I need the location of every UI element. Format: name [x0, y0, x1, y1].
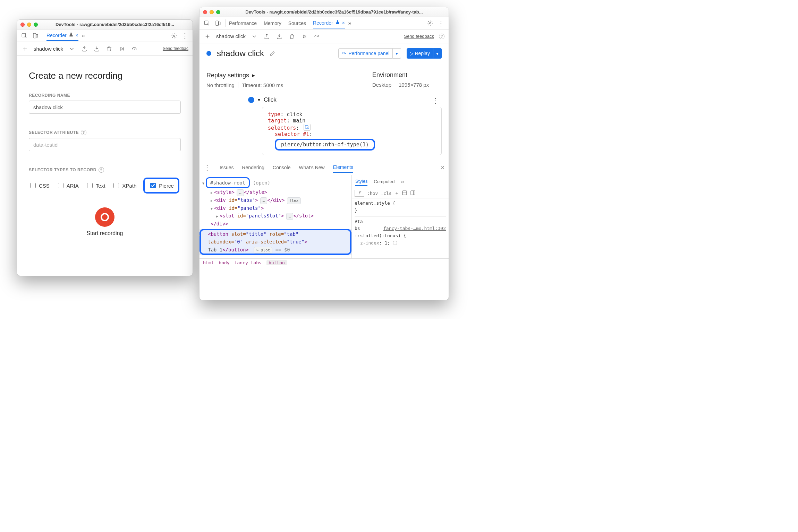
svg-rect-2	[36, 34, 38, 37]
kebab-menu-icon[interactable]: ⋮	[438, 19, 445, 27]
send-feedback-link[interactable]: Send feedbac	[163, 46, 188, 51]
start-recording-button[interactable]	[95, 207, 114, 227]
selector-types-label: SELECTOR TYPES TO RECORD ?	[29, 167, 181, 173]
new-style-icon[interactable]: ＋	[394, 190, 399, 196]
chevron-down-icon[interactable]	[68, 45, 76, 53]
drawer-menu-icon[interactable]: ⋮	[204, 163, 211, 172]
crumb[interactable]: html	[203, 260, 214, 265]
help-icon[interactable]: ?	[439, 34, 444, 39]
selector-value[interactable]: pierce/button:nth-of-type(1)	[275, 139, 375, 151]
rule-selector[interactable]: #ta bs	[355, 219, 363, 231]
tab-issues[interactable]: Issues	[220, 163, 234, 172]
tab-whats-new[interactable]: What's New	[299, 163, 324, 172]
selected-element-row[interactable]: … <button slot="title" role="tab" tabind…	[200, 229, 351, 255]
crumb[interactable]: button	[266, 260, 287, 265]
step-over-icon[interactable]	[118, 45, 126, 53]
zoom-window-icon[interactable]	[34, 23, 38, 27]
check-css[interactable]: CSS	[29, 182, 50, 189]
info-icon[interactable]: ⓘ	[393, 240, 397, 246]
inspect-element-icon[interactable]	[203, 19, 211, 27]
import-icon[interactable]	[93, 45, 101, 53]
performance-panel-button[interactable]: Performance panel ▾	[338, 48, 401, 59]
delete-icon[interactable]	[105, 45, 113, 53]
timeout-value: Timeout: 5000 ms	[242, 82, 283, 88]
check-xpath[interactable]: XPath	[112, 182, 136, 189]
zoom-window-icon[interactable]	[216, 10, 220, 14]
check-aria[interactable]: ARIA	[57, 182, 79, 189]
export-icon[interactable]	[263, 33, 271, 40]
close-window-icon[interactable]	[20, 23, 25, 27]
cls-toggle[interactable]: .cls	[381, 191, 391, 196]
expand-step-icon[interactable]: ▾	[258, 97, 260, 103]
new-recording-icon[interactable]	[21, 45, 29, 53]
more-tabs-icon[interactable]: »	[82, 33, 85, 39]
replay-settings-header[interactable]: Replay settings▸	[206, 71, 358, 79]
flask-icon	[335, 20, 340, 26]
close-drawer-icon[interactable]: ×	[441, 164, 444, 171]
start-recording-label: Start recording	[29, 230, 181, 237]
window-title: DevTools - rawgit.com/ebidel/2d2bb0cdec3…	[223, 9, 445, 15]
send-feedback-link[interactable]: Send feedback	[404, 34, 434, 39]
step-menu-icon[interactable]: ⋮	[432, 96, 439, 105]
close-tab-icon[interactable]: ×	[342, 20, 345, 26]
tab-rendering[interactable]: Rendering	[242, 163, 264, 172]
more-tabs-icon[interactable]: »	[348, 20, 351, 26]
dom-breadcrumbs[interactable]: html body fancy-tabs button	[200, 258, 449, 267]
create-recording-panel: Create a new recording RECORDING NAME SE…	[17, 56, 193, 246]
tab-memory[interactable]: Memory	[264, 18, 281, 28]
css-rule[interactable]: ::slotted(:focus) {	[355, 232, 446, 240]
replay-button[interactable]: ▷ Replay ▾	[407, 48, 442, 59]
tab-sources[interactable]: Sources	[288, 18, 306, 28]
tab-console[interactable]: Console	[273, 163, 290, 172]
speed-icon[interactable]	[313, 33, 321, 40]
device-toolbar-icon[interactable]	[214, 19, 222, 27]
speed-icon[interactable]	[130, 45, 138, 53]
recording-name-input[interactable]	[29, 101, 181, 114]
settings-icon[interactable]	[170, 32, 178, 40]
flex-badge[interactable]: flex	[287, 197, 301, 204]
rule-source-link[interactable]: fancy-tabs-…mo.html:302	[383, 225, 446, 232]
element-style-rule[interactable]: element.style {}	[355, 200, 446, 214]
edit-name-icon[interactable]	[270, 50, 276, 57]
step-title[interactable]: Click	[264, 96, 277, 103]
check-pierce[interactable]: Pierce	[143, 178, 179, 194]
minimize-window-icon[interactable]	[210, 10, 214, 14]
tab-recorder[interactable]: Recorder ×	[46, 30, 78, 41]
titlebar: DevTools - rawgit.com/ebidel/2d2bb0cdec3…	[200, 7, 449, 17]
close-window-icon[interactable]	[203, 10, 207, 14]
pick-selector-icon[interactable]	[304, 124, 311, 131]
help-icon[interactable]: ?	[81, 130, 86, 135]
crumb[interactable]: body	[219, 260, 229, 265]
tab-performance[interactable]: Performance	[229, 18, 257, 28]
delete-icon[interactable]	[288, 33, 296, 40]
tab-recorder[interactable]: Recorder ×	[313, 18, 345, 28]
elements-tree[interactable]: #shadow-root (open) <style>…</style> <di…	[200, 175, 351, 258]
more-tabs-icon[interactable]: »	[401, 179, 404, 185]
settings-icon[interactable]	[426, 19, 434, 27]
help-icon[interactable]: ?	[99, 167, 104, 173]
close-tab-icon[interactable]: ×	[76, 33, 78, 38]
device-toolbar-icon[interactable]	[32, 32, 39, 40]
step-over-icon[interactable]	[300, 33, 308, 40]
check-text[interactable]: Text	[86, 182, 105, 189]
inspect-element-icon[interactable]	[20, 32, 28, 40]
filter-input[interactable]	[355, 190, 364, 197]
hov-toggle[interactable]: :hov	[367, 191, 378, 196]
kebab-menu-icon[interactable]: ⋮	[181, 32, 189, 40]
import-icon[interactable]	[275, 33, 283, 40]
recording-dropdown[interactable]: shadow click	[216, 33, 246, 39]
minimize-window-icon[interactable]	[27, 23, 31, 27]
crumb[interactable]: fancy-tabs	[235, 260, 262, 265]
tab-elements[interactable]: Elements	[333, 162, 353, 173]
tab-styles[interactable]: Styles	[355, 177, 367, 186]
toggle-sidebar-icon[interactable]	[410, 190, 416, 197]
flask-icon	[69, 32, 74, 38]
new-recording-icon[interactable]	[204, 33, 211, 40]
slot-badge[interactable]: ↪ slot	[254, 247, 272, 254]
recording-dropdown[interactable]: shadow click	[34, 46, 63, 52]
tab-computed[interactable]: Computed	[374, 178, 394, 186]
export-icon[interactable]	[80, 45, 88, 53]
selector-attribute-input[interactable]	[29, 138, 181, 151]
chevron-down-icon[interactable]	[251, 33, 258, 40]
computed-styles-icon[interactable]	[402, 190, 407, 197]
